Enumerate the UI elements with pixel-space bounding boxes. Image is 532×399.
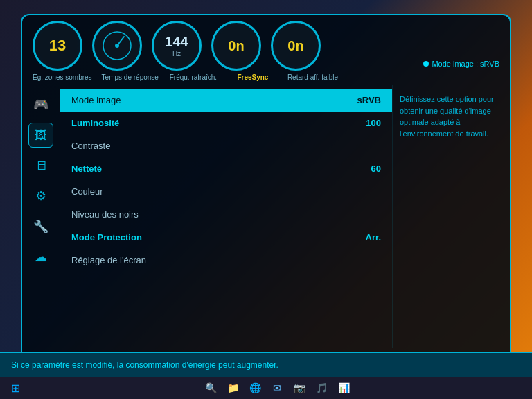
dial-response bbox=[92, 21, 142, 71]
sidebar-icon-image[interactable]: 🖼 bbox=[28, 123, 53, 148]
sidebar-icon-monitor[interactable]: 🖥 bbox=[28, 153, 53, 178]
taskbar-files[interactable]: 📁 bbox=[223, 378, 242, 398]
menu-value-luminosite: 100 bbox=[366, 118, 381, 128]
menu-label-luminosite: Luminosité bbox=[71, 118, 119, 128]
mode-badge-text: Mode image : sRVB bbox=[432, 60, 499, 68]
stats-bar: 13 144 Hz 0n bbox=[22, 15, 510, 73]
dial-hz-sub: Hz bbox=[172, 50, 181, 57]
label-response: Temps de réponse bbox=[102, 73, 159, 81]
sidebar: 🎮 🖼 🖥 ⚙ 🔧 ☁ bbox=[22, 85, 60, 348]
stat-freesync[interactable]: 0n bbox=[211, 21, 261, 71]
menu-item-reglage[interactable]: Réglage de l'écran bbox=[60, 249, 392, 272]
menu-label-couleur: Couleur bbox=[71, 186, 103, 197]
menu-label-protection: Mode Protection bbox=[71, 232, 142, 242]
menu-label-reglage: Réglage de l'écran bbox=[71, 255, 146, 265]
taskbar-music[interactable]: 🎵 bbox=[312, 378, 331, 398]
menu-value-mode-image: sRVB bbox=[357, 95, 381, 105]
dial-delay-value: 0n bbox=[287, 38, 303, 54]
stat-labels-row: Ég. zones sombres Temps de réponse Fréqu… bbox=[22, 73, 510, 85]
taskbar-search[interactable]: 🔍 bbox=[201, 378, 220, 398]
osd-panel: 13 144 Hz 0n bbox=[21, 14, 511, 371]
description-text: Définissez cette option pour obtenir une… bbox=[400, 95, 494, 138]
menu-value-protection: Arr. bbox=[366, 232, 381, 242]
menu-list: Mode image sRVB Luminosité 100 Contraste… bbox=[60, 85, 392, 348]
menu-label-contraste: Contraste bbox=[71, 141, 110, 151]
menu-item-noirs[interactable]: Niveau des noirs bbox=[60, 203, 392, 226]
stat-delay[interactable]: 0n bbox=[271, 21, 321, 71]
taskbar-camera[interactable]: 📷 bbox=[290, 378, 309, 398]
menu-label-nettete: Netteté bbox=[71, 163, 102, 174]
menu-label-mode-image: Mode image bbox=[71, 95, 121, 105]
label-equalizer: Ég. zones sombres bbox=[33, 73, 92, 81]
mode-badge: Mode image : sRVB bbox=[423, 60, 499, 71]
stat-hz[interactable]: 144 Hz bbox=[152, 21, 202, 71]
menu-item-mode-image[interactable]: Mode image sRVB bbox=[60, 89, 392, 112]
menu-value-nettete: 60 bbox=[371, 163, 381, 174]
sidebar-icon-cloud[interactable]: ☁ bbox=[28, 245, 53, 269]
sidebar-icon-wrench[interactable]: 🔧 bbox=[28, 214, 53, 239]
stat-response[interactable] bbox=[92, 21, 142, 71]
taskbar-browser[interactable]: 🌐 bbox=[245, 378, 265, 398]
taskbar-store[interactable]: 📊 bbox=[334, 378, 353, 398]
sidebar-icon-settings[interactable]: ⚙ bbox=[28, 184, 53, 209]
taskbar-start[interactable]: ⊞ bbox=[6, 378, 25, 398]
dial-freesync-value: 0n bbox=[228, 38, 244, 54]
dial-delay: 0n bbox=[271, 21, 321, 71]
notification-text: Si ce paramètre est modifié, la consomma… bbox=[11, 360, 278, 370]
main-content: 🎮 🖼 🖥 ⚙ 🔧 ☁ Mode image sRVB Luminosité 1… bbox=[22, 85, 510, 348]
menu-item-luminosite[interactable]: Luminosité 100 bbox=[60, 112, 392, 134]
menu-item-contraste[interactable]: Contraste bbox=[60, 134, 392, 157]
taskbar: ⊞ 🔍 📁 🌐 ✉ 📷 🎵 📊 bbox=[0, 377, 532, 399]
menu-item-protection[interactable]: Mode Protection Arr. bbox=[60, 226, 392, 249]
dial-equalizer-value: 13 bbox=[49, 37, 66, 55]
label-delay: Retard aff. faible bbox=[287, 73, 338, 81]
menu-item-nettete[interactable]: Netteté 60 bbox=[60, 157, 392, 180]
needle-svg bbox=[100, 28, 134, 63]
svg-line-2 bbox=[117, 37, 124, 46]
menu-label-noirs: Niveau des noirs bbox=[71, 209, 139, 220]
sidebar-icon-gamepad[interactable]: 🎮 bbox=[28, 92, 53, 117]
dial-hz: 144 Hz bbox=[152, 21, 202, 71]
dial-hz-value: 144 bbox=[165, 34, 188, 50]
notification-bar: Si ce paramètre est modifié, la consomma… bbox=[0, 352, 532, 377]
label-hz: Fréqu. rafraîch. bbox=[168, 73, 218, 81]
description-panel: Définissez cette option pour obtenir une… bbox=[392, 85, 510, 348]
dial-freesync: 0n bbox=[211, 21, 261, 71]
dial-equalizer: 13 bbox=[33, 21, 82, 71]
mode-dot bbox=[423, 61, 429, 66]
menu-item-couleur[interactable]: Couleur bbox=[60, 180, 392, 203]
taskbar-mail[interactable]: ✉ bbox=[267, 378, 287, 398]
label-freesync: FreeSync bbox=[228, 73, 278, 81]
stat-equalizer[interactable]: 13 bbox=[33, 21, 82, 71]
